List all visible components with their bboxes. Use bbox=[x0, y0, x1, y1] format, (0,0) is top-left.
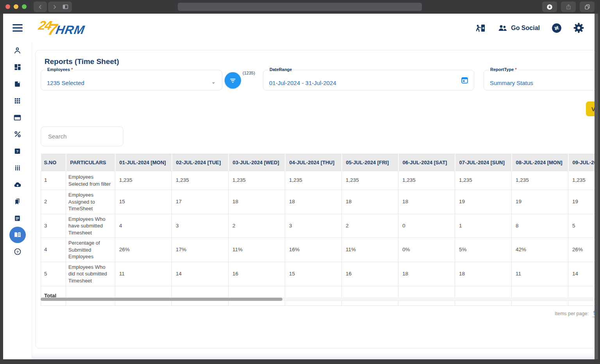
report-card: Reports (Time Sheet) Employees * 1235 Se… bbox=[35, 50, 598, 348]
table-cell: Employees Who have submitted Timesheet bbox=[66, 214, 115, 238]
tune-icon bbox=[14, 164, 21, 172]
dashboard-icon bbox=[14, 63, 21, 71]
sidebar-item-payments[interactable] bbox=[9, 109, 26, 126]
reporttype-select[interactable]: ReportType * Summary Status bbox=[484, 70, 598, 91]
table-cell: 0% bbox=[398, 238, 455, 262]
table-cell: 42% bbox=[512, 238, 568, 262]
share-button[interactable] bbox=[561, 2, 576, 12]
table-cell: 1 bbox=[41, 171, 66, 190]
window-controls bbox=[5, 4, 27, 9]
table-cell: 5 bbox=[568, 214, 596, 238]
column-header: PARTICULARS bbox=[66, 154, 115, 171]
employees-value: 1235 Selected bbox=[47, 80, 84, 86]
sidebar-item-percent[interactable] bbox=[9, 126, 26, 142]
table-cell: 1,235 bbox=[568, 171, 596, 190]
chevron-down-icon: ⌄ bbox=[211, 79, 216, 85]
horizontal-scrollbar[interactable] bbox=[41, 297, 595, 301]
go-social-button[interactable]: Go Social bbox=[498, 24, 540, 32]
filter-count-badge: (1235) bbox=[243, 71, 255, 75]
search-input[interactable] bbox=[41, 126, 123, 146]
question-square-icon: ? bbox=[14, 147, 21, 155]
card-icon bbox=[13, 114, 21, 122]
sidebar: ?? bbox=[3, 42, 32, 359]
sidebar-toggle-button[interactable] bbox=[59, 2, 72, 12]
table-cell: 16% bbox=[285, 238, 342, 262]
scrollbar-thumb[interactable] bbox=[41, 298, 282, 301]
table-cell bbox=[342, 286, 398, 305]
table-cell: 3 bbox=[172, 214, 229, 238]
paginator: Items per page: 5 bbox=[555, 310, 598, 317]
table-cell: 17% bbox=[172, 238, 229, 262]
close-window-icon[interactable] bbox=[5, 4, 10, 9]
sidebar-item-bookmarks[interactable] bbox=[9, 193, 26, 210]
table-cell: 11 bbox=[115, 262, 172, 286]
table-cell: 2 bbox=[229, 214, 285, 238]
table-cell: 18 bbox=[398, 190, 455, 214]
table-cell: 1,235 bbox=[285, 171, 342, 190]
table-cell: 14 bbox=[172, 262, 229, 286]
svg-text:?: ? bbox=[16, 149, 19, 153]
book-open-icon bbox=[13, 231, 22, 239]
table-cell: 19 bbox=[455, 190, 512, 214]
minimize-window-icon[interactable] bbox=[14, 4, 18, 9]
table-cell: 18 bbox=[285, 190, 342, 214]
sidebar-item-reports[interactable] bbox=[9, 227, 26, 243]
employee-filter-button[interactable] bbox=[225, 72, 241, 89]
sidebar-item-apps[interactable] bbox=[9, 92, 26, 109]
calendar-icon[interactable] bbox=[461, 76, 469, 84]
sidebar-item-queue[interactable] bbox=[9, 160, 26, 176]
table-cell: 5 bbox=[41, 262, 66, 286]
downloads-button[interactable] bbox=[542, 2, 557, 12]
report-table-wrap: S.NOPARTICULARS01-JUL-2024 [MON]02-JUL-2… bbox=[41, 154, 595, 306]
sidebar-item-dashboard[interactable] bbox=[9, 59, 26, 75]
sidebar-item-profile[interactable] bbox=[9, 42, 26, 59]
vertical-scrollbar[interactable] bbox=[595, 14, 598, 359]
address-bar[interactable] bbox=[178, 3, 422, 11]
logout-icon[interactable] bbox=[475, 23, 486, 33]
required-marker: * bbox=[71, 67, 73, 72]
daterange-field[interactable]: DateRange 01-Jul-2024 - 31-Jul-2024 bbox=[263, 70, 474, 91]
table-row: Total bbox=[41, 286, 596, 305]
back-button[interactable] bbox=[34, 2, 47, 12]
table-row: 2Employees Assigned to TimeSheet15171818… bbox=[41, 190, 596, 214]
table-row: 4Percentage of Submitted Employees26%17%… bbox=[41, 238, 596, 262]
table-cell: Employees Assigned to TimeSheet bbox=[66, 190, 115, 214]
table-cell: 8 bbox=[512, 214, 568, 238]
table-cell: 3 bbox=[41, 214, 66, 238]
bookmark-square-icon bbox=[14, 80, 21, 88]
app-header: 24 7 HRM bbox=[3, 14, 598, 42]
table-cell bbox=[512, 286, 568, 305]
table-cell: Employees Who did not submitted Timeshee… bbox=[66, 262, 115, 286]
column-header: 04-JUL-2024 [THU] bbox=[285, 154, 342, 171]
table-row: 5Employees Who did not submitted Timeshe… bbox=[41, 262, 596, 286]
table-cell bbox=[398, 286, 455, 305]
switch-icon[interactable] bbox=[552, 23, 562, 33]
table-cell: 15 bbox=[285, 262, 342, 286]
go-social-label: Go Social bbox=[511, 25, 540, 32]
report-table: S.NOPARTICULARS01-JUL-2024 [MON]02-JUL-2… bbox=[41, 154, 595, 306]
sidebar-item-help[interactable]: ? bbox=[9, 243, 26, 260]
percent-icon bbox=[14, 130, 21, 138]
table-cell: 18 bbox=[398, 262, 455, 286]
menu-toggle-button[interactable] bbox=[12, 22, 23, 34]
table-cell: 1 bbox=[455, 214, 512, 238]
table-cell: 18 bbox=[229, 190, 285, 214]
employees-select[interactable]: Employees * 1235 Selected ⌄ bbox=[41, 70, 222, 91]
sidebar-item-cloud-upload[interactable] bbox=[9, 176, 26, 193]
main-content: Reports (Time Sheet) Employees * 1235 Se… bbox=[32, 42, 598, 359]
table-cell: 16 bbox=[229, 262, 285, 286]
zoom-window-icon[interactable] bbox=[22, 4, 27, 9]
sidebar-item-notes[interactable] bbox=[9, 210, 26, 226]
sidebar-item-bookmark[interactable] bbox=[9, 76, 26, 92]
tabs-overview-button[interactable] bbox=[580, 2, 595, 12]
table-cell: 1,235 bbox=[455, 171, 512, 190]
daterange-label: DateRange bbox=[270, 67, 292, 72]
settings-gear-icon[interactable] bbox=[573, 23, 584, 33]
table-cell: 26% bbox=[115, 238, 172, 262]
svg-text:?: ? bbox=[16, 250, 19, 254]
table-row: 3Employees Who have submitted Timesheet4… bbox=[41, 214, 596, 238]
column-header: 03-JUL-2024 [WED] bbox=[229, 154, 285, 171]
sidebar-item-faq[interactable]: ? bbox=[9, 143, 26, 159]
table-cell bbox=[115, 286, 172, 305]
filter-icon bbox=[229, 76, 237, 84]
